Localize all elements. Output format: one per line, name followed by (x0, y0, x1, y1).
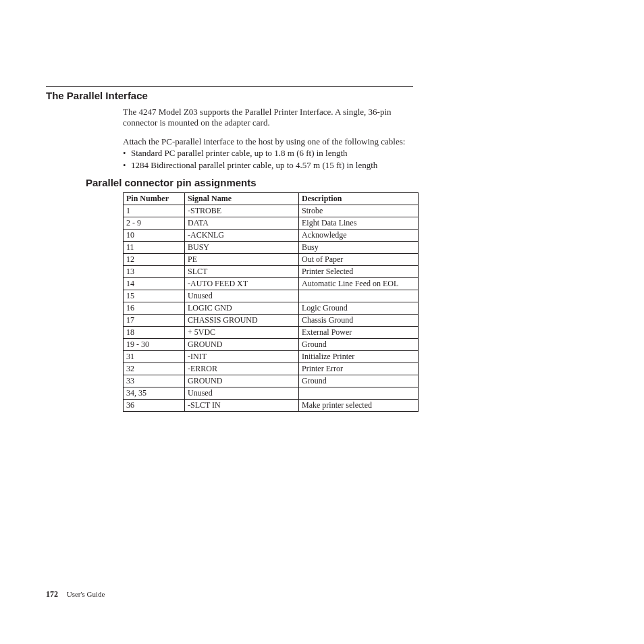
table-cell: 15 (124, 290, 185, 302)
table-cell: Unused (185, 387, 299, 400)
table-row: 10-ACKNLGAcknowledge (124, 230, 419, 242)
list-item: Standard PC parallel printer cable, up t… (123, 147, 413, 159)
table-header-row: Pin Number Signal Name Description (124, 193, 419, 205)
table-cell: Initialize Printer (299, 351, 419, 363)
table-row: 2 - 9DATAEight Data Lines (124, 217, 419, 230)
table-cell: Acknowledge (299, 230, 419, 242)
table-cell: 1 (124, 205, 185, 217)
table-cell: 12 (124, 254, 185, 266)
table-cell: 17 (124, 315, 185, 327)
table-row: 19 - 30GROUNDGround (124, 339, 419, 351)
table-cell: BUSY (185, 242, 299, 254)
table-cell: Eight Data Lines (299, 217, 419, 230)
table-cell: + 5VDC (185, 327, 299, 339)
table-cell: Unused (185, 290, 299, 302)
page-number: 172 (46, 589, 58, 599)
table-cell: PE (185, 254, 299, 266)
table-cell: DATA (185, 217, 299, 230)
table-row: 33GROUNDGround (124, 375, 419, 387)
table-row: 32-ERRORPrinter Error (124, 363, 419, 375)
table-cell: 31 (124, 351, 185, 363)
table-cell: 32 (124, 363, 185, 375)
table-cell: GROUND (185, 339, 299, 351)
table-row: 31-INITInitialize Printer (124, 351, 419, 363)
table-cell: GROUND (185, 375, 299, 387)
table-row: 15Unused (124, 290, 419, 302)
table-row: 13SLCTPrinter Selected (124, 266, 419, 278)
table-cell: External Power (299, 327, 419, 339)
table-cell: CHASSIS GROUND (185, 315, 299, 327)
heading-parallel-interface: The Parallel Interface (46, 90, 148, 101)
table-cell: 11 (124, 242, 185, 254)
table-row: 14-AUTO FEED XTAutomatic Line Feed on EO… (124, 278, 419, 290)
table-cell: SLCT (185, 266, 299, 278)
table-cell: Busy (299, 242, 419, 254)
page-footer: 172 User's Guide (46, 589, 105, 599)
table-cell: 16 (124, 302, 185, 315)
table-cell: 13 (124, 266, 185, 278)
doc-title: User's Guide (67, 590, 105, 598)
table-cell: 33 (124, 375, 185, 387)
table-cell: Ground (299, 339, 419, 351)
table-cell: -INIT (185, 351, 299, 363)
table-row: 1-STROBEStrobe (124, 205, 419, 217)
table-cell: Printer Error (299, 363, 419, 375)
table-cell: 34, 35 (124, 387, 185, 400)
table-cell: 18 (124, 327, 185, 339)
table-cell: Out of Paper (299, 254, 419, 266)
col-header-pin: Pin Number (124, 193, 185, 205)
section-rule (46, 86, 413, 87)
table-cell (299, 387, 419, 400)
table-cell: Logic Ground (299, 302, 419, 315)
table-cell: 2 - 9 (124, 217, 185, 230)
col-header-description: Description (299, 193, 419, 205)
heading-pin-assignments: Parallel connector pin assignments (86, 177, 257, 188)
table-cell: -AUTO FEED XT (185, 278, 299, 290)
table-row: 18+ 5VDCExternal Power (124, 327, 419, 339)
cable-paragraph: Attach the PC-parallel interface to the … (123, 136, 413, 147)
table-row: 36-SLCT INMake printer selected (124, 400, 419, 412)
table-row: 16LOGIC GNDLogic Ground (124, 302, 419, 315)
page: The Parallel Interface The 4247 Model Z0… (0, 0, 644, 644)
cable-list: Standard PC parallel printer cable, up t… (123, 147, 413, 171)
table-cell: Make printer selected (299, 400, 419, 412)
table-cell: -SLCT IN (185, 400, 299, 412)
table-row: 34, 35Unused (124, 387, 419, 400)
table-row: 11BUSYBusy (124, 242, 419, 254)
table-cell: Automatic Line Feed on EOL (299, 278, 419, 290)
table-row: 17CHASSIS GROUNDChassis Ground (124, 315, 419, 327)
table-row: 12PEOut of Paper (124, 254, 419, 266)
table-cell: 14 (124, 278, 185, 290)
table-cell: Strobe (299, 205, 419, 217)
table-cell: 36 (124, 400, 185, 412)
intro-paragraph: The 4247 Model Z03 supports the Parallel… (123, 107, 413, 129)
table-cell: -STROBE (185, 205, 299, 217)
table-body: 1-STROBEStrobe2 - 9DATAEight Data Lines1… (124, 205, 419, 412)
list-item: 1284 Bidirectional parallel printer cabl… (123, 159, 413, 171)
table-cell: Printer Selected (299, 266, 419, 278)
table-cell: -ERROR (185, 363, 299, 375)
table-cell: -ACKNLG (185, 230, 299, 242)
table-cell: Ground (299, 375, 419, 387)
table-cell: 10 (124, 230, 185, 242)
table-cell: 19 - 30 (124, 339, 185, 351)
table-cell (299, 290, 419, 302)
pin-assignment-table: Pin Number Signal Name Description 1-STR… (123, 192, 419, 412)
table-cell: Chassis Ground (299, 315, 419, 327)
table-cell: LOGIC GND (185, 302, 299, 315)
col-header-signal: Signal Name (185, 193, 299, 205)
